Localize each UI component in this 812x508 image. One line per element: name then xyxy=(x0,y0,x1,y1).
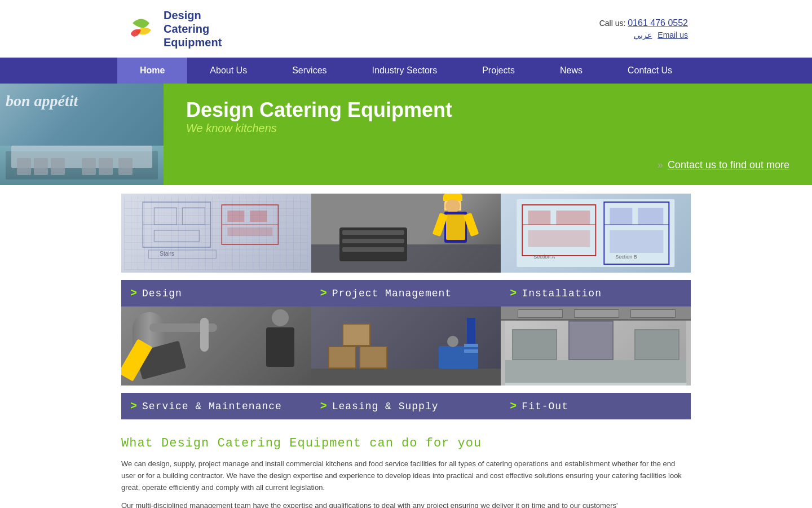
nav-projects[interactable]: Projects xyxy=(460,58,537,84)
nav-home[interactable]: Home xyxy=(117,58,187,84)
installation-image: Section A Section B xyxy=(501,194,691,273)
phone-link[interactable]: 0161 476 0552 xyxy=(628,18,688,28)
logo[interactable]: Design Catering Equipment xyxy=(124,8,222,49)
installation-chevron: > xyxy=(510,287,517,300)
fitout-chevron: > xyxy=(510,400,517,413)
svg-rect-4 xyxy=(154,230,199,242)
leasing-label: > Leasing & Supply xyxy=(311,393,501,419)
nav-about[interactable]: About Us xyxy=(187,58,270,84)
what-section: What Design Catering Equipment can do fo… xyxy=(121,431,691,508)
svg-text:Section A: Section A xyxy=(534,254,555,260)
logo-line1: Design xyxy=(164,8,222,22)
design-text: Design xyxy=(142,288,182,299)
hero-content: Design Catering Equipment We know kitche… xyxy=(164,84,812,185)
svg-rect-3 xyxy=(182,208,205,225)
svg-rect-9 xyxy=(227,227,272,236)
service-card-leasing[interactable]: > Leasing & Supply xyxy=(311,306,501,419)
header-right: Call us: 0161 476 0552 عربي Email us xyxy=(599,18,688,40)
project-text: Project Management xyxy=(332,288,452,299)
service-grid: Stairs > Design xyxy=(121,194,691,419)
svg-rect-2 xyxy=(154,208,176,225)
logo-icon xyxy=(124,12,158,46)
svg-rect-25 xyxy=(610,230,664,253)
logo-text: Design Catering Equipment xyxy=(164,8,222,49)
nav-services[interactable]: Services xyxy=(270,58,349,84)
nav-news[interactable]: News xyxy=(537,58,605,84)
service-label: > Service & Maintenance xyxy=(121,393,311,419)
hero-subtitle: We know kitchens xyxy=(186,122,789,135)
email-link[interactable]: Email us xyxy=(657,30,688,40)
fitout-image xyxy=(501,306,691,386)
what-title: What Design Catering Equipment can do fo… xyxy=(121,436,691,450)
design-label: > Design xyxy=(121,280,311,306)
svg-rect-23 xyxy=(610,208,633,225)
service-card-service[interactable]: > Service & Maintenance xyxy=(121,306,311,419)
design-image: Stairs xyxy=(121,194,311,273)
installation-label: > Installation xyxy=(501,280,691,306)
service-card-project[interactable]: > Project Management xyxy=(311,194,501,306)
main-nav: Home About Us Services Industry Sectors … xyxy=(0,58,812,84)
project-label: > Project Management xyxy=(311,280,501,306)
call-label: Call us: xyxy=(599,19,626,28)
nav-industry[interactable]: Industry Sectors xyxy=(350,58,460,84)
hero-banner: bon appétit Design Catering Equipment We… xyxy=(0,84,812,185)
hero-cta: » Contact us to find out more xyxy=(186,159,789,171)
project-image xyxy=(311,194,501,273)
svg-rect-7 xyxy=(227,211,244,222)
arabic-link[interactable]: عربي xyxy=(634,30,652,40)
header-links: عربي Email us xyxy=(599,30,688,40)
leasing-chevron: > xyxy=(320,400,328,413)
hero-cta-link[interactable]: Contact us to find out more xyxy=(668,159,789,171)
hero-title: Design Catering Equipment xyxy=(186,98,789,122)
leasing-text: Leasing & Supply xyxy=(332,401,439,412)
logo-line3: Equipment xyxy=(164,36,222,49)
what-paragraph1: We can design, supply, project manage an… xyxy=(121,458,691,493)
service-card-design[interactable]: Stairs > Design xyxy=(121,194,311,306)
svg-rect-20 xyxy=(528,230,590,247)
service-chevron: > xyxy=(130,400,138,413)
service-card-fitout[interactable]: > Fit-Out xyxy=(501,306,691,419)
service-text: Service & Maintenance xyxy=(142,401,282,412)
nav-contact[interactable]: Contact Us xyxy=(605,58,695,84)
svg-text:Stairs: Stairs xyxy=(160,251,174,257)
project-chevron: > xyxy=(320,287,328,300)
installation-text: Installation xyxy=(522,288,602,299)
service-card-installation[interactable]: Section A Section B > Installation xyxy=(501,194,691,306)
design-chevron: > xyxy=(130,287,138,300)
logo-line2: Catering xyxy=(164,22,222,36)
fitout-label: > Fit-Out xyxy=(501,393,691,419)
hero-arrows-icon: » xyxy=(657,159,663,171)
svg-rect-24 xyxy=(638,208,664,225)
svg-text:Section B: Section B xyxy=(616,254,638,260)
hero-image: bon appétit xyxy=(0,84,164,185)
service-image xyxy=(121,306,311,386)
what-paragraph2: Our multi-disciplined management team ha… xyxy=(121,500,691,508)
call-us: Call us: 0161 476 0552 xyxy=(599,18,688,28)
site-header: Design Catering Equipment Call us: 0161 … xyxy=(0,0,812,58)
svg-rect-18 xyxy=(528,211,551,225)
leasing-image xyxy=(311,306,501,386)
svg-rect-19 xyxy=(557,211,590,225)
fitout-text: Fit-Out xyxy=(522,401,568,412)
svg-rect-8 xyxy=(250,211,267,222)
